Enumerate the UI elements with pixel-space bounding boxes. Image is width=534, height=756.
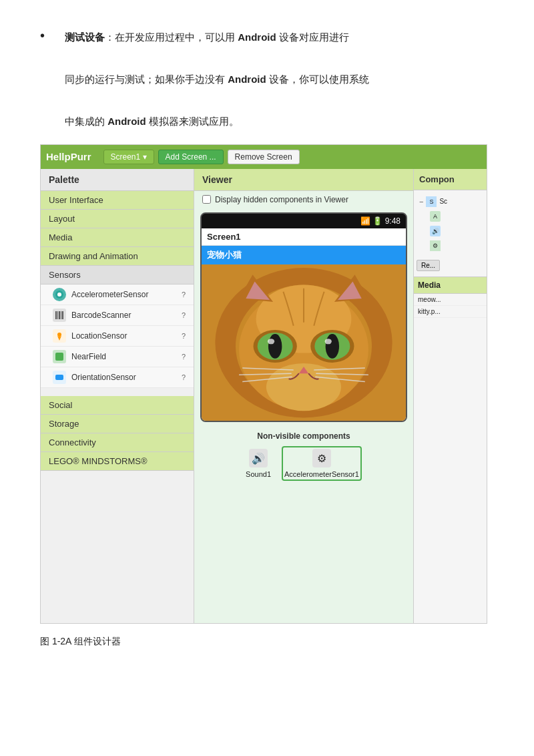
phone-screen-title: Screen1 [202, 228, 406, 246]
svg-rect-9 [55, 375, 63, 380]
palette-section-social[interactable]: Social [41, 396, 194, 415]
phone-status-bar: 📶 🔋 9:48 [202, 214, 406, 228]
android-bold-3: Android [107, 116, 146, 127]
rename-button[interactable]: Re... [417, 260, 440, 271]
sound1-label: Sound1 [246, 470, 271, 478]
bold-term: 测试设备 [65, 31, 105, 43]
screen1-button[interactable]: Screen1 ▾ [103, 150, 154, 164]
display-hidden-checkbox[interactable] [202, 195, 211, 204]
orientation-help[interactable]: ? [182, 373, 186, 381]
add-screen-button[interactable]: Add Screen ... [158, 150, 224, 164]
svg-rect-5 [61, 311, 61, 319]
accelerometer-sensor1-component[interactable]: ⚙ AccelerometerSensor1 [282, 446, 362, 481]
palette-section-storage[interactable]: Storage [41, 415, 194, 433]
palette-section-user-interface[interactable]: User Interface [41, 191, 194, 210]
comp-row-root[interactable]: − S Sc [417, 194, 484, 209]
app-title: HellpPurr [46, 151, 91, 162]
main-area: Palette User Interface Layout Media Draw… [41, 169, 487, 623]
location-label: LocationSensor [71, 331, 176, 341]
barcode-icon [53, 309, 66, 322]
svg-point-7 [57, 333, 61, 337]
palette-section-connectivity[interactable]: Connectivity [41, 433, 194, 452]
orientation-label: OrientationSensor [71, 373, 176, 382]
status-time: 9:48 [385, 216, 400, 226]
palette-item-nearfield[interactable]: NearField ? [41, 347, 194, 367]
accelerometer-sensor1-label: AccelerometerSensor1 [284, 470, 359, 478]
svg-rect-6 [62, 311, 63, 319]
palette-section-sensors[interactable]: Sensors [41, 266, 194, 285]
palette-item-orientation[interactable]: OrientationSensor ? [41, 367, 194, 388]
svg-rect-2 [55, 311, 57, 319]
bullet-section: • 测试设备：在开发应用过程中，可以用 Android 设备对应用进行 同步的运… [40, 27, 494, 132]
viewer-header: Viewer [194, 169, 413, 191]
palette-item-accelerometer[interactable]: AccelerometerSensor ? [41, 285, 194, 305]
components-panel: Compon − S Sc A 🔊 ⚙ [413, 169, 487, 623]
palette-section-layout[interactable]: Layout [41, 210, 194, 228]
svg-point-25 [326, 334, 339, 359]
accelerometer-label: AccelerometerSensor [71, 290, 176, 299]
svg-point-27 [325, 339, 332, 344]
status-icons: 📶 🔋 9:48 [360, 216, 400, 226]
location-icon [53, 329, 66, 343]
bullet-text: 测试设备：在开发应用过程中，可以用 Android 设备对应用进行 同步的运行与… [65, 27, 369, 132]
accelerometer-icon [53, 288, 66, 301]
svg-point-1 [57, 293, 61, 297]
screen-comp-label: Sc [439, 198, 447, 205]
svg-rect-3 [57, 311, 58, 319]
accelerometer-help[interactable]: ? [182, 291, 186, 299]
screen-icon: S [426, 196, 437, 207]
palette-section-lego[interactable]: LEGO® MINDSTORMS® [41, 452, 194, 471]
app-inventor-ui: HellpPurr Screen1 ▾ Add Screen ... Remov… [40, 144, 487, 624]
remove-screen-button[interactable]: Remove Screen [228, 150, 300, 164]
comp-a-icon: A [430, 211, 441, 222]
phone-content [202, 264, 406, 421]
comp-c-icon: ⚙ [430, 240, 441, 251]
media-header: Media [414, 277, 487, 294]
palette-item-barcode[interactable]: BarcodeScanner ? [41, 305, 194, 326]
orientation-icon [53, 371, 66, 384]
viewer-checkbox-row: Display hidden components in Viewer [194, 191, 413, 208]
topbar: HellpPurr Screen1 ▾ Add Screen ... Remov… [41, 145, 487, 169]
nearfield-help[interactable]: ? [182, 353, 186, 361]
palette-section-media[interactable]: Media [41, 228, 194, 247]
non-visible-label: Non-visible components [201, 431, 407, 441]
figure-caption: 图 1-2A 组件设计器 [40, 636, 494, 648]
cat-image [202, 264, 406, 421]
viewer-panel: Viewer Display hidden components in View… [194, 169, 413, 623]
android-bold-1: Android [238, 31, 276, 43]
palette-panel: Palette User Interface Layout Media Draw… [41, 169, 194, 623]
nearfield-label: NearField [71, 352, 176, 361]
barcode-help[interactable]: ? [182, 311, 186, 319]
location-help[interactable]: ? [182, 332, 186, 340]
comp-row-b[interactable]: 🔊 [417, 224, 484, 238]
android-bold-2: Android [228, 73, 266, 85]
component-tree: − S Sc A 🔊 ⚙ [414, 190, 487, 257]
media-item-kitty: kitty.p... [414, 306, 487, 318]
media-section: Media meow... kitty.p... [414, 276, 487, 318]
non-visible-area: Non-visible components 🔊 Sound1 ⚙ Accele… [194, 426, 413, 486]
sound1-component[interactable]: 🔊 Sound1 [246, 449, 271, 478]
comp-b-icon: 🔊 [430, 226, 441, 236]
sound1-icon: 🔊 [249, 449, 268, 467]
palette-section-drawing[interactable]: Drawing and Animation [41, 247, 194, 266]
bullet-dot: • [40, 28, 45, 43]
comp-row-a[interactable]: A [417, 209, 484, 224]
palette-item-location[interactable]: LocationSensor ? [41, 326, 194, 347]
media-item-meow: meow... [414, 294, 487, 306]
svg-rect-8 [55, 353, 63, 361]
barcode-label: BarcodeScanner [71, 311, 176, 320]
display-hidden-label: Display hidden components in Viewer [215, 195, 348, 204]
non-visible-items: 🔊 Sound1 ⚙ AccelerometerSensor1 [201, 446, 407, 481]
svg-point-26 [268, 339, 274, 344]
expand-icon: − [419, 198, 423, 206]
components-header: Compon [414, 169, 487, 190]
accelerometer-sensor1-icon: ⚙ [312, 449, 331, 467]
svg-point-24 [268, 334, 282, 359]
palette-header: Palette [41, 169, 194, 191]
nearfield-icon [53, 350, 66, 363]
phone-mockup: 📶 🔋 9:48 Screen1 宠物小猫 [200, 212, 407, 423]
svg-rect-4 [59, 311, 60, 319]
comp-row-c[interactable]: ⚙ [417, 238, 484, 253]
phone-app-title: 宠物小猫 [202, 246, 406, 264]
